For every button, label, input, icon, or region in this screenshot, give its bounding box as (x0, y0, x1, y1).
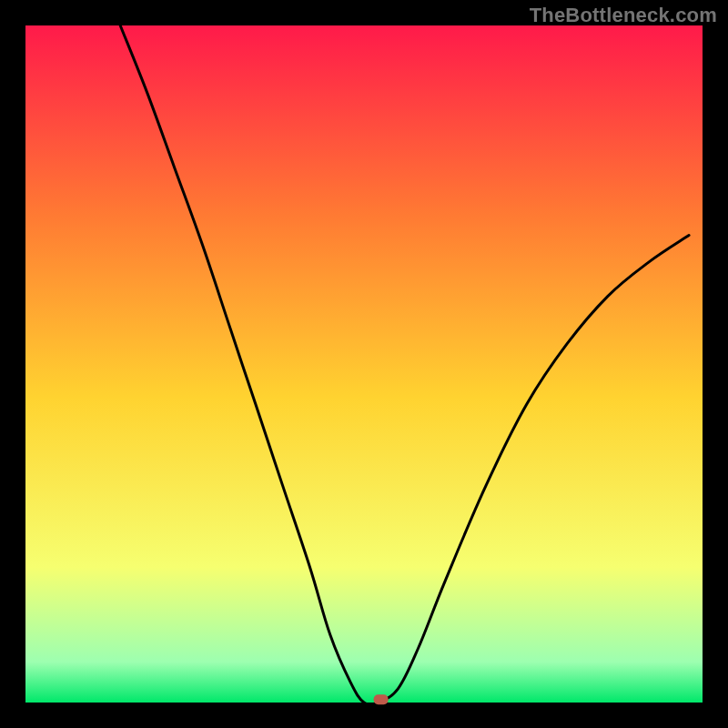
bottleneck-chart (0, 0, 728, 728)
optimum-marker (374, 694, 389, 704)
watermark-text: TheBottleneck.com (530, 4, 717, 27)
plot-background (25, 25, 703, 703)
chart-frame: TheBottleneck.com (0, 0, 728, 728)
